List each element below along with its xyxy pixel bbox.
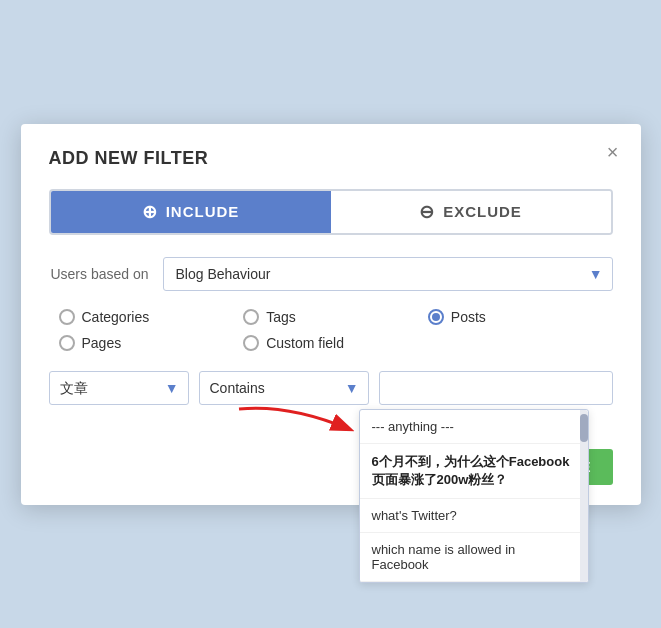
red-arrow-icon bbox=[229, 399, 359, 439]
search-input[interactable] bbox=[379, 371, 613, 405]
radio-pages[interactable]: Pages bbox=[59, 335, 244, 351]
close-button[interactable]: × bbox=[607, 142, 619, 162]
exclude-tab[interactable]: ⊖ EXCLUDE bbox=[331, 191, 611, 233]
radio-label-posts: Posts bbox=[451, 309, 486, 325]
dropdown-overlay: --- anything --- 6个月不到，为什么这个Facebook页面暴涨… bbox=[359, 409, 589, 583]
dropdown-item-facebook-name[interactable]: which name is allowed in Facebook bbox=[360, 533, 588, 582]
filter-row: Users based on Blog Behaviour Purchase B… bbox=[49, 257, 613, 291]
radio-circle-pages bbox=[59, 335, 75, 351]
radio-tags[interactable]: Tags bbox=[243, 309, 428, 325]
radio-circle-categories bbox=[59, 309, 75, 325]
dropdown-item-twitter[interactable]: what's Twitter? bbox=[360, 499, 588, 533]
include-tab[interactable]: ⊕ INCLUDE bbox=[51, 191, 331, 233]
article-select[interactable]: 文章 页面 bbox=[49, 371, 189, 405]
radio-circle-tags bbox=[243, 309, 259, 325]
dropdown-scroll-thumb bbox=[580, 414, 588, 442]
dropdown-item-facebook[interactable]: 6个月不到，为什么这个Facebook页面暴涨了200w粉丝？ bbox=[360, 444, 588, 499]
include-icon: ⊕ bbox=[142, 203, 158, 221]
article-select-wrapper: 文章 页面 ▼ bbox=[49, 371, 189, 405]
exclude-icon: ⊖ bbox=[419, 203, 435, 221]
modal-title: ADD NEW FILTER bbox=[49, 148, 613, 169]
contains-select-wrapper: Contains Does not contain Is Is not ▼ bbox=[199, 371, 369, 405]
radio-categories[interactable]: Categories bbox=[59, 309, 244, 325]
dropdown-item-anything[interactable]: --- anything --- bbox=[360, 410, 588, 444]
radio-label-pages: Pages bbox=[82, 335, 122, 351]
bottom-area: 文章 页面 ▼ Contains Does not contain Is Is … bbox=[49, 371, 613, 485]
radio-label-tags: Tags bbox=[266, 309, 296, 325]
include-tab-label: INCLUDE bbox=[166, 203, 240, 220]
radio-circle-posts bbox=[428, 309, 444, 325]
radio-custom-field[interactable]: Custom field bbox=[243, 335, 428, 351]
radio-circle-custom-field bbox=[243, 335, 259, 351]
contains-select[interactable]: Contains Does not contain Is Is not bbox=[199, 371, 369, 405]
filter-select[interactable]: Blog Behaviour Purchase Behaviour Email … bbox=[163, 257, 613, 291]
bottom-row: 文章 页面 ▼ Contains Does not contain Is Is … bbox=[49, 371, 613, 405]
radio-posts[interactable]: Posts bbox=[428, 309, 613, 325]
exclude-tab-label: EXCLUDE bbox=[443, 203, 522, 220]
add-filter-modal: ADD NEW FILTER × ⊕ INCLUDE ⊖ EXCLUDE Use… bbox=[21, 124, 641, 505]
radio-group: Categories Tags Posts Pages Custom field bbox=[49, 309, 613, 351]
tab-row: ⊕ INCLUDE ⊖ EXCLUDE bbox=[49, 189, 613, 235]
dropdown-scrollbar[interactable] bbox=[580, 410, 588, 582]
filter-label: Users based on bbox=[49, 266, 149, 282]
radio-label-custom-field: Custom field bbox=[266, 335, 344, 351]
radio-label-categories: Categories bbox=[82, 309, 150, 325]
filter-select-wrapper: Blog Behaviour Purchase Behaviour Email … bbox=[163, 257, 613, 291]
